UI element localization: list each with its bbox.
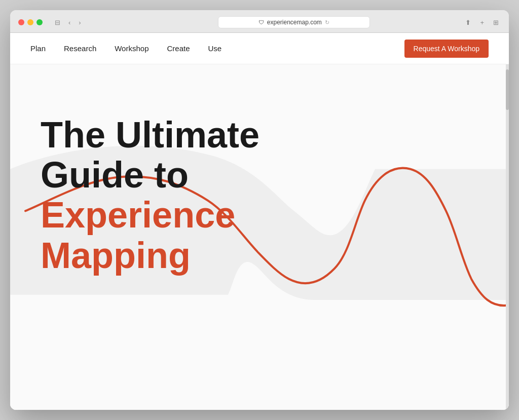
page-content: Plan Research Workshop Create Use Reques… (10, 33, 509, 410)
hero-line-2: Guide to (41, 155, 260, 195)
maximize-button[interactable] (36, 19, 43, 25)
share-button[interactable]: ⬆ (463, 18, 473, 27)
nav-item-plan[interactable]: Plan (30, 44, 46, 53)
browser-actions: ⬆ + ⊞ (463, 18, 501, 27)
grid-view-button[interactable]: ⊞ (491, 18, 501, 27)
sidebar-toggle[interactable]: ⊟ (53, 18, 62, 27)
main-nav: Plan Research Workshop Create Use Reques… (10, 33, 509, 64)
browser-window: ⊟ ‹ › 🛡 experiencemap.com ↻ ⬆ + ⊞ (10, 10, 509, 410)
hero-section: The Ultimate Guide to Experience Mapping (10, 64, 509, 410)
browser-controls: ⊟ ‹ › (53, 18, 83, 27)
forward-button[interactable]: › (77, 18, 83, 27)
nav-links: Plan Research Workshop Create Use (30, 44, 221, 53)
reload-icon: ↻ (325, 19, 329, 26)
nav-item-research[interactable]: Research (64, 44, 96, 53)
hero-line-1: The Ultimate (41, 115, 260, 155)
scrollbar[interactable] (506, 64, 509, 410)
scrollbar-thumb[interactable] (506, 69, 509, 110)
address-bar[interactable]: 🛡 experiencemap.com ↻ (218, 16, 370, 28)
nav-item-use[interactable]: Use (208, 44, 222, 53)
request-workshop-button[interactable]: Request A Workshop (404, 40, 489, 58)
traffic-lights (18, 19, 43, 25)
shield-icon: 🛡 (258, 19, 264, 25)
nav-item-create[interactable]: Create (167, 44, 190, 53)
hero-line-4: Mapping (41, 236, 260, 276)
close-button[interactable] (18, 19, 24, 25)
hero-text: The Ultimate Guide to Experience Mapping (41, 115, 260, 276)
browser-chrome: ⊟ ‹ › 🛡 experiencemap.com ↻ ⬆ + ⊞ (10, 10, 509, 33)
hero-line-3: Experience (41, 195, 260, 235)
url-text: experiencemap.com (267, 19, 322, 26)
minimize-button[interactable] (27, 19, 33, 25)
back-button[interactable]: ‹ (66, 18, 72, 27)
nav-item-workshop[interactable]: Workshop (115, 44, 149, 53)
new-tab-button[interactable]: + (478, 18, 486, 27)
